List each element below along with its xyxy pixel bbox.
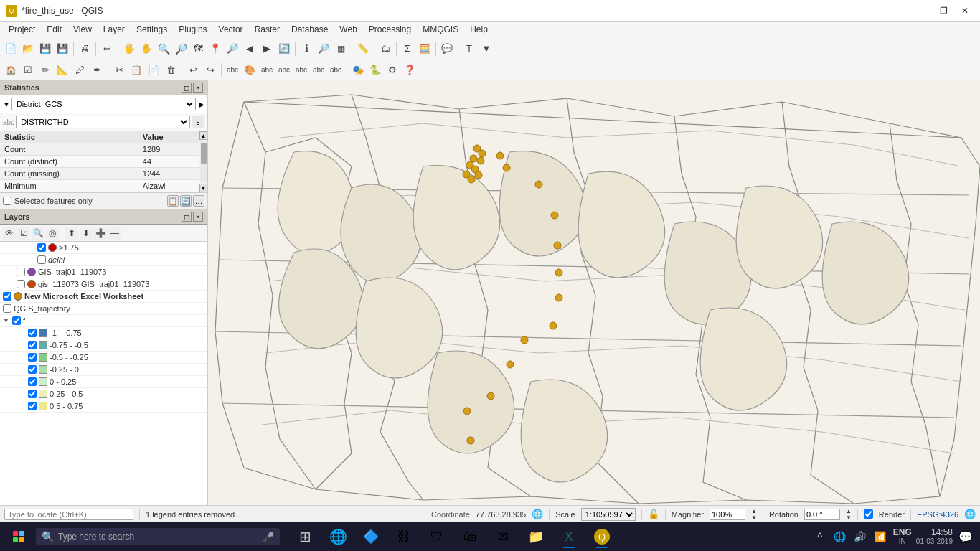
rotation-stepper[interactable]: ▲▼ (846, 508, 852, 521)
layers-tb-add[interactable]: ➕ (94, 227, 107, 240)
taskbar-store[interactable]: 🛍 (455, 524, 485, 550)
tb-zoomin[interactable]: 🔍 (156, 41, 171, 57)
tb-calc[interactable]: 🧮 (417, 41, 433, 57)
stats-expression-btn[interactable]: ε (192, 116, 204, 128)
layer-visibility-checkbox[interactable] (17, 268, 25, 276)
layers-tb-open[interactable]: 👁 (3, 227, 16, 240)
network-icon[interactable]: 🌐 (831, 528, 849, 545)
tb-select[interactable]: ▦ (333, 41, 349, 57)
menu-web[interactable]: Web (334, 23, 362, 36)
menu-vector[interactable]: Vector (213, 23, 249, 36)
layers-tb-remove[interactable]: — (108, 227, 121, 240)
layer-item[interactable]: QGIS_trajectory (0, 303, 207, 315)
tb-zoomnext[interactable]: ▶ (259, 41, 275, 57)
tb2-lbl1[interactable]: abc (225, 62, 240, 78)
tb-new[interactable]: 📄 (3, 41, 19, 57)
layer-visibility-checkbox[interactable] (28, 377, 37, 386)
layers-tb-down[interactable]: ⬇ (80, 227, 93, 240)
tb2-undo[interactable]: ↩ (185, 62, 201, 78)
menu-settings[interactable]: Settings (131, 23, 173, 36)
tb-panmap[interactable]: ✋ (138, 41, 154, 57)
tb2-lbl4[interactable]: abc (276, 62, 292, 78)
tb-zoomlayer[interactable]: 📍 (207, 41, 223, 57)
menu-mmqgis[interactable]: MMQGIS (417, 23, 464, 36)
tb-zoomfull[interactable]: 🗺 (190, 41, 206, 57)
tb-identify2[interactable]: 🔎 (316, 41, 331, 57)
lock-icon[interactable]: 🔓 (648, 509, 659, 519)
taskbar-excel[interactable]: X (554, 524, 584, 550)
taskbar-security[interactable]: 🛡 (422, 524, 452, 550)
layer-visibility-checkbox[interactable] (28, 390, 37, 398)
stats-field-select[interactable]: DISTRICTHD (16, 116, 190, 128)
minimize-button[interactable]: — (913, 4, 931, 18)
tb-measure[interactable]: 📏 (355, 41, 371, 57)
layer-expand-icon[interactable]: ▼ (3, 317, 10, 324)
tb2-plugin[interactable]: ⚙ (385, 62, 400, 78)
locate-input[interactable] (4, 509, 133, 520)
tb-undo[interactable]: ↩ (99, 41, 115, 57)
layer-visibility-checkbox[interactable] (12, 316, 21, 325)
tb-stats[interactable]: Σ (400, 41, 415, 57)
magnifier-stepper[interactable]: ▲▼ (751, 508, 757, 521)
tb2-copy[interactable]: 📋 (128, 62, 144, 78)
vscroll-thumb[interactable] (201, 143, 207, 164)
taskbar-search[interactable]: 🔍 Type here to search 🎤 (36, 528, 280, 545)
layer-item[interactable]: >1.75 (0, 242, 207, 254)
stats-more-btn[interactable]: … (193, 195, 204, 207)
tb-pan[interactable]: 🖐 (121, 41, 137, 57)
layer-visibility-checkbox[interactable] (3, 304, 11, 313)
tb-zoomout[interactable]: 🔎 (173, 41, 189, 57)
tb2-edit[interactable]: ✏ (37, 62, 53, 78)
tb2-check[interactable]: ☑ (20, 62, 36, 78)
tb2-draw2[interactable]: ✒ (89, 62, 105, 78)
tb2-python[interactable]: 🐍 (367, 62, 383, 78)
tb-save[interactable]: 💾 (37, 41, 53, 57)
taskbar-qgis[interactable]: Q (587, 524, 617, 550)
tb2-cut[interactable]: ✂ (111, 62, 127, 78)
layers-tb-toggle[interactable]: ◎ (46, 227, 59, 240)
layers-tb-filter[interactable]: 🔍 (32, 227, 44, 240)
layer-visibility-checkbox[interactable] (28, 365, 37, 374)
close-button[interactable]: ✕ (956, 4, 974, 18)
layers-tb-check[interactable]: ☑ (17, 227, 30, 240)
layer-visibility-checkbox[interactable] (28, 329, 37, 337)
tb-saveas[interactable]: 💾 (55, 41, 70, 57)
stats-vscroll[interactable]: ▲ ▼ (199, 131, 207, 192)
layer-item[interactable]: -0.75 - -0.5 (0, 339, 207, 352)
menu-edit[interactable]: Edit (41, 23, 67, 36)
layer-item[interactable]: GIS_traj01_119073 (0, 266, 207, 278)
layers-tb-up[interactable]: ⬆ (65, 227, 78, 240)
tb2-redo[interactable]: ↪ (202, 62, 218, 78)
taskbar-mail[interactable]: ✉ (488, 524, 518, 550)
layer-item[interactable]: ▼f (0, 315, 207, 327)
volume-icon[interactable]: 🔊 (852, 528, 869, 545)
microphone-icon[interactable]: 🎤 (263, 532, 274, 542)
menu-project[interactable]: Project (3, 23, 41, 36)
layer-item[interactable]: delhi (0, 254, 207, 266)
stats-float-btn[interactable]: ◻ (182, 83, 192, 93)
layer-visibility-checkbox[interactable] (28, 353, 37, 362)
tb2-preview[interactable]: 🎭 (350, 62, 366, 78)
wifi-icon[interactable]: 📶 (872, 528, 889, 545)
coordinate-icon[interactable]: 🌐 (532, 509, 543, 519)
tb2-draw1[interactable]: 🖊 (72, 62, 88, 78)
layer-visibility-checkbox[interactable] (37, 243, 46, 252)
scale-select[interactable]: 1:1050597 (581, 508, 636, 521)
tb-print[interactable]: 🖨 (77, 41, 93, 57)
taskbar-app4[interactable]: ⛓ (389, 524, 419, 550)
tb-identify[interactable]: ℹ (298, 41, 314, 57)
menu-view[interactable]: View (67, 23, 98, 36)
selected-features-checkbox[interactable] (3, 197, 11, 205)
tb-refresh[interactable]: 🔄 (276, 41, 292, 57)
layer-item[interactable]: New Microsoft Excel Worksheet (0, 291, 207, 303)
taskbar-edge[interactable]: 🌐 (323, 524, 353, 550)
layer-visibility-checkbox[interactable] (37, 255, 46, 264)
tray-chevron[interactable]: ^ (811, 528, 829, 545)
tb2-dig[interactable]: 🏠 (3, 62, 19, 78)
taskbar-language[interactable]: ENG IN (893, 528, 912, 545)
menu-plugins[interactable]: Plugins (173, 23, 212, 36)
taskbar-taskview[interactable]: ⊞ (290, 524, 320, 550)
tb2-lbl5[interactable]: abc (293, 62, 309, 78)
tb-label2[interactable]: ▼ (479, 41, 494, 57)
menu-database[interactable]: Database (286, 23, 334, 36)
